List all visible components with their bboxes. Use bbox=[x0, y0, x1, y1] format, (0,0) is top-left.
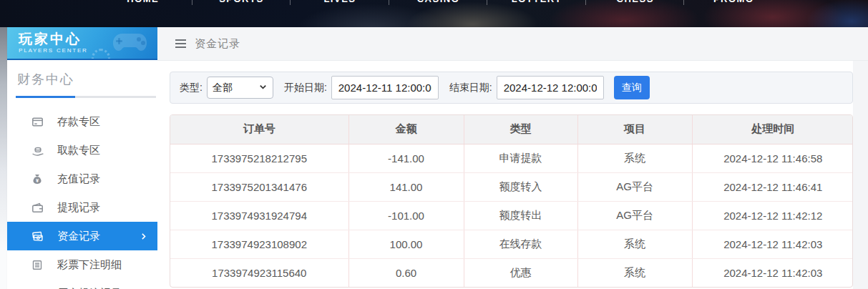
menu-item-label: 彩票下注明细 bbox=[57, 258, 122, 272]
sidebar-menu-item-withdrawal-wallet[interactable]: 提现记录 bbox=[7, 193, 157, 222]
topnav-bar: HOMESPORTSLIVESCASINOLOTTERYCHESSPROMO bbox=[0, 0, 868, 27]
recharge-bag-icon: ¥ bbox=[31, 173, 45, 185]
topnav-item-sports[interactable]: SPORTS bbox=[192, 0, 291, 6]
column-header: 处理时间 bbox=[692, 115, 853, 144]
table-row: 1733974931924794-101.00额度转出AG平台2024-12-1… bbox=[170, 201, 853, 230]
sidebar-menu: 存款专区 取款专区 ¥ 充值记录 提现记录 资金记录 彩票下注明细 bbox=[7, 107, 157, 289]
table-row: 17339749231156400.60优惠系统2024-12-12 11:42… bbox=[170, 258, 853, 287]
menu-item-label: 提现记录 bbox=[57, 201, 100, 215]
menu-toggle-icon[interactable] bbox=[175, 39, 186, 48]
table-cell: 1733974923108902 bbox=[170, 230, 348, 258]
end-date-label: 结束日期: bbox=[449, 82, 492, 94]
topnav-item-chess[interactable]: CHESS bbox=[586, 0, 685, 6]
topnav-item-lottery[interactable]: LOTTERY bbox=[487, 0, 586, 6]
type-select-value: 全部 bbox=[213, 82, 233, 94]
table-cell: 141.00 bbox=[348, 172, 464, 201]
menu-item-label: 资金记录 bbox=[57, 230, 100, 243]
column-header: 金额 bbox=[348, 115, 464, 144]
page-right-gutter bbox=[853, 61, 868, 289]
start-date-input[interactable] bbox=[331, 76, 439, 99]
topnav-item-home[interactable]: HOME bbox=[94, 0, 192, 6]
table-cell: 2024-12-12 11:42:12 bbox=[692, 201, 853, 230]
sidebar-menu-item-hall-bet[interactable]: 厅室投注记录 bbox=[7, 279, 157, 289]
sidebar-menu-item-withdraw-hand[interactable]: 取款专区 bbox=[7, 136, 157, 165]
topnav-item-lives[interactable]: LIVES bbox=[291, 0, 389, 6]
topnav-item-promo[interactable]: PROMO bbox=[684, 0, 783, 6]
start-date-label: 开始日期: bbox=[284, 82, 327, 94]
type-select[interactable]: 全部 bbox=[207, 77, 273, 99]
table-cell: 0.60 bbox=[348, 258, 464, 287]
table-cell: 2024-12-12 11:42:03 bbox=[692, 230, 853, 258]
column-header: 订单号 bbox=[170, 115, 348, 144]
finance-center-underline bbox=[16, 96, 156, 98]
table-cell: 1733974923115640 bbox=[170, 258, 348, 287]
search-button[interactable]: 查询 bbox=[614, 76, 650, 99]
main-content: 资金记录 类型: 全部 开始日期: 结束日期: 查询 订单号金额类型项目处理时间… bbox=[157, 27, 868, 289]
table-cell: AG平台 bbox=[577, 201, 692, 230]
table-row: 1733975218212795-141.00申请提款系统2024-12-12 … bbox=[170, 144, 853, 172]
sidebar-menu-item-deposit-card[interactable]: 存款专区 bbox=[7, 107, 157, 136]
funds-record-icon bbox=[31, 230, 45, 243]
table-cell: -101.00 bbox=[348, 201, 464, 230]
table-cell: -141.00 bbox=[348, 144, 464, 172]
page-left-gutter bbox=[0, 27, 7, 289]
table-cell: 2024-12-12 11:42:03 bbox=[692, 258, 853, 287]
table-cell: 优惠 bbox=[464, 258, 577, 287]
menu-item-label: 充值记录 bbox=[57, 172, 100, 186]
sidebar-menu-item-lottery-doc[interactable]: 彩票下注明细 bbox=[7, 250, 157, 279]
menu-item-label: 取款专区 bbox=[57, 144, 100, 157]
menu-item-label: 厅室投注记录 bbox=[57, 287, 122, 289]
table-row: 1733975201341476141.00额度转入AG平台2024-12-12… bbox=[170, 172, 853, 201]
table-cell: 系统 bbox=[577, 258, 692, 287]
table-cell: 100.00 bbox=[348, 230, 464, 258]
topnav-item-casino[interactable]: CASINO bbox=[389, 0, 488, 6]
end-date-input[interactable] bbox=[497, 76, 604, 99]
table-row: 1733974923108902100.00在线存款系统2024-12-12 1… bbox=[170, 230, 853, 258]
table-cell: 1733975218212795 bbox=[170, 144, 348, 172]
table-cell: 1733974931924794 bbox=[170, 201, 348, 230]
table-cell: 额度转出 bbox=[464, 201, 577, 230]
table-cell: 2024-12-12 11:46:58 bbox=[692, 144, 853, 172]
table-cell: AG平台 bbox=[577, 172, 692, 201]
topnav-items: HOMESPORTSLIVESCASINOLOTTERYCHESSPROMO bbox=[94, 0, 783, 6]
gamepad-icon bbox=[112, 30, 149, 57]
column-header: 类型 bbox=[464, 115, 577, 144]
table-body: 1733975218212795-141.00申请提款系统2024-12-12 … bbox=[170, 144, 853, 287]
sidebar-header: 玩家中心 PLAYERS CENTER bbox=[7, 27, 157, 60]
table-cell: 2024-12-12 11:46:41 bbox=[692, 172, 853, 201]
menu-item-label: 存款专区 bbox=[57, 115, 100, 129]
table-header-row: 订单号金额类型项目处理时间 bbox=[170, 115, 853, 144]
deposit-card-icon bbox=[31, 116, 45, 128]
table-cell: 在线存款 bbox=[464, 230, 577, 258]
sidebar-menu-item-recharge-bag[interactable]: ¥ 充值记录 bbox=[7, 165, 157, 193]
page-title: 资金记录 bbox=[195, 37, 240, 51]
sidebar: 玩家中心 PLAYERS CENTER 财务中心 存款专区 取款专区 ¥ 充值记… bbox=[7, 27, 157, 289]
content-header: 资金记录 bbox=[157, 27, 868, 61]
lottery-doc-icon bbox=[31, 259, 45, 271]
table-cell: 额度转入 bbox=[464, 172, 577, 201]
funds-table: 订单号金额类型项目处理时间 1733975218212795-141.00申请提… bbox=[170, 114, 853, 288]
type-label: 类型: bbox=[180, 82, 203, 94]
finance-center-heading: 财务中心 bbox=[17, 71, 157, 88]
chevron-right-icon bbox=[139, 232, 148, 241]
withdraw-hand-icon bbox=[31, 144, 45, 157]
table-cell: 系统 bbox=[577, 144, 692, 172]
chevron-down-icon bbox=[258, 82, 268, 94]
withdrawal-wallet-icon bbox=[31, 202, 45, 214]
table-cell: 系统 bbox=[577, 230, 692, 258]
column-header: 项目 bbox=[577, 115, 692, 144]
table-cell: 申请提款 bbox=[464, 144, 577, 172]
filter-bar: 类型: 全部 开始日期: 结束日期: 查询 bbox=[170, 72, 853, 104]
sidebar-menu-item-funds-record[interactable]: 资金记录 bbox=[7, 222, 157, 250]
table-cell: 1733975201341476 bbox=[170, 172, 348, 201]
